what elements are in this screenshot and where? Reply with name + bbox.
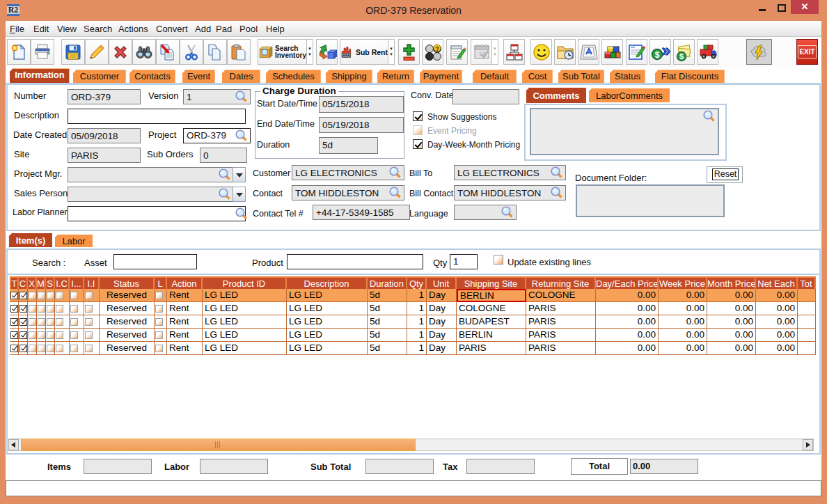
svg-text:?: ? xyxy=(435,45,439,52)
svg-text:$: $ xyxy=(679,52,683,61)
svg-text:$: $ xyxy=(654,49,659,59)
